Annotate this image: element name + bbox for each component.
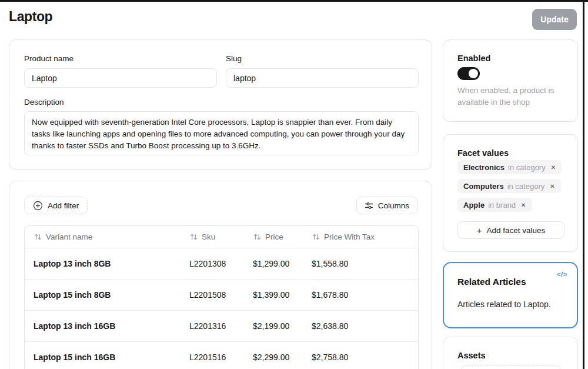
slug-input[interactable] (226, 68, 419, 88)
variant-name-cell: Laptop 13 inch 8GB (25, 259, 181, 268)
header-label: Price (265, 232, 283, 241)
add-facet-values-label: Add facet values (486, 226, 545, 235)
sort-icon (253, 232, 262, 241)
facet-chip-name: Computers (463, 182, 504, 191)
facet-chip-facet: in brand (488, 201, 516, 210)
enabled-help-text: When enabled, a product is available in … (457, 85, 567, 108)
toggle-knob (469, 69, 478, 78)
assets-title: Assets (457, 351, 486, 360)
code-icon: </> (557, 271, 567, 278)
remove-facet-icon[interactable]: ✕ (521, 202, 526, 208)
variant-name-cell: Laptop 13 inch 16GB (25, 321, 181, 331)
table-row[interactable]: Laptop 13 inch 16GB L2201316 $2,199.00 $… (25, 311, 418, 342)
product-name-label: Product name (24, 54, 74, 63)
header-price[interactable]: Price (244, 232, 303, 241)
enabled-card: Enabled When enabled, a product is avail… (443, 39, 578, 122)
table-row[interactable]: Laptop 13 inch 8GB L2201308 $1,299.00 $1… (25, 248, 418, 280)
facet-values-card: Facet values Electronics in category ✕ C… (443, 134, 578, 252)
variant-name-cell: Laptop 15 inch 16GB (25, 353, 181, 362)
enabled-toggle[interactable] (457, 67, 480, 80)
columns-label: Columns (378, 201, 409, 210)
facet-values-title: Facet values (457, 148, 509, 158)
description-textarea[interactable]: Now equipped with seventh-generation Int… (24, 111, 419, 155)
columns-button[interactable]: Columns (356, 197, 417, 214)
facet-chip-name: Apple (463, 201, 485, 210)
price-with-tax-cell: $1,678.80 (303, 290, 418, 300)
price-cell: $1,299.00 (244, 259, 303, 268)
window-top-edge (0, 0, 588, 2)
sku-cell: L2201508 (181, 290, 244, 300)
variant-name-cell: Laptop 15 inch 8GB (25, 290, 181, 300)
price-cell: $2,199.00 (244, 321, 303, 331)
header-label: Price With Tax (324, 232, 375, 241)
related-articles-description: Articles related to Laptop. (457, 300, 551, 309)
sort-icon (34, 232, 42, 241)
table-row[interactable]: Laptop 15 inch 8GB L2201508 $1,399.00 $1… (25, 280, 418, 311)
update-button[interactable]: Update (532, 9, 577, 30)
facet-chip-name: Electronics (463, 163, 505, 172)
facet-chip: Electronics in category ✕ (457, 160, 562, 174)
remove-facet-icon[interactable]: ✕ (550, 183, 554, 190)
table-row[interactable]: Laptop 15 inch 16GB L2201516 $2,299.00 $… (25, 342, 418, 369)
sliders-icon (365, 201, 373, 210)
sku-cell: L2201308 (181, 259, 244, 268)
price-with-tax-cell: $1,558.80 (303, 259, 418, 268)
facet-chip: Apple in brand ✕ (457, 198, 532, 212)
sku-cell: L2201516 (181, 353, 244, 362)
sort-icon (189, 232, 198, 241)
header-price-with-tax[interactable]: Price With Tax (303, 232, 418, 241)
enabled-title: Enabled (457, 54, 490, 63)
circle-plus-icon (33, 201, 43, 211)
related-articles-card[interactable]: Related Articles </> Articles related to… (443, 262, 578, 328)
header-label: Sku (202, 232, 215, 241)
description-label: Description (24, 98, 64, 107)
variants-card: Add filter Columns Variant name Sku (9, 181, 432, 369)
table-header-row: Variant name Sku Price Price With Tax (25, 226, 418, 248)
add-facet-values-button[interactable]: + Add facet values (457, 221, 564, 239)
facet-chip: Computers in category ✕ (457, 179, 561, 193)
product-form-card: Product name Slug Description Now equipp… (9, 39, 432, 169)
remove-facet-icon[interactable]: ✕ (551, 164, 556, 171)
slug-label: Slug (226, 54, 242, 63)
page-title: Laptop (9, 9, 52, 25)
variants-table: Variant name Sku Price Price With Tax La… (24, 225, 419, 369)
product-detail-page: Laptop Update Product name Slug Descript… (0, 0, 588, 369)
related-articles-title: Related Articles (457, 277, 526, 287)
price-with-tax-cell: $2,638.80 (303, 321, 418, 331)
facet-chip-facet: in category (508, 163, 546, 172)
price-cell: $2,299.00 (244, 353, 303, 362)
price-with-tax-cell: $2,758.80 (303, 353, 418, 362)
product-name-input[interactable] (24, 68, 217, 88)
assets-card: Assets (443, 337, 578, 369)
header-sku[interactable]: Sku (181, 232, 244, 241)
price-cell: $1,399.00 (244, 290, 303, 300)
header-variant-name[interactable]: Variant name (25, 232, 181, 241)
add-filter-button[interactable]: Add filter (24, 197, 88, 214)
plus-icon: + (477, 225, 482, 235)
header-label: Variant name (46, 232, 92, 241)
sort-icon (312, 232, 320, 241)
facet-chip-facet: in category (507, 182, 545, 191)
asset-dropzone[interactable] (461, 365, 561, 369)
window-right-edge (583, 0, 584, 369)
add-filter-label: Add filter (48, 201, 79, 210)
sku-cell: L2201316 (181, 321, 244, 331)
